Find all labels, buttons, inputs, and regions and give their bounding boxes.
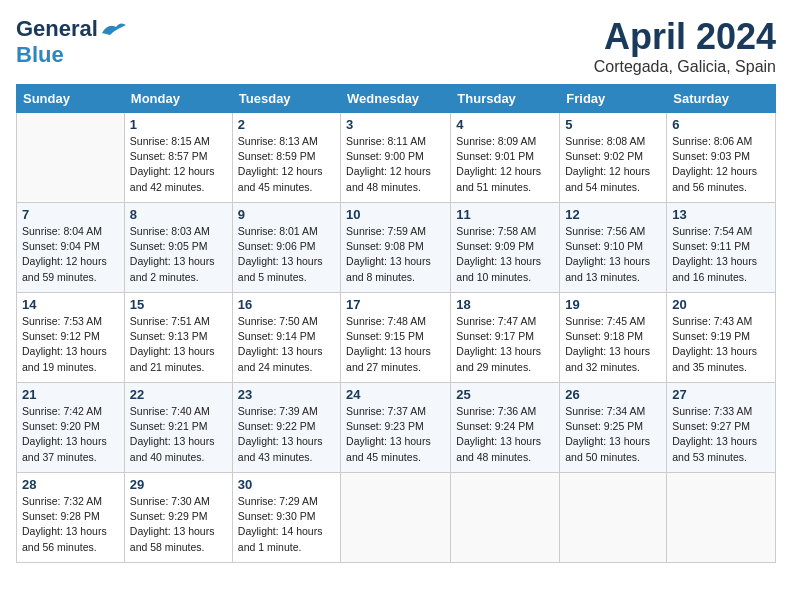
day-detail: Sunrise: 8:03 AMSunset: 9:05 PMDaylight:…: [130, 224, 227, 285]
day-detail: Sunrise: 7:32 AMSunset: 9:28 PMDaylight:…: [22, 494, 119, 555]
day-detail: Sunrise: 7:40 AMSunset: 9:21 PMDaylight:…: [130, 404, 227, 465]
cell-week3-day1: 15Sunrise: 7:51 AMSunset: 9:13 PMDayligh…: [124, 293, 232, 383]
day-detail: Sunrise: 7:45 AMSunset: 9:18 PMDaylight:…: [565, 314, 661, 375]
day-detail: Sunrise: 7:36 AMSunset: 9:24 PMDaylight:…: [456, 404, 554, 465]
day-detail: Sunrise: 7:34 AMSunset: 9:25 PMDaylight:…: [565, 404, 661, 465]
cell-week5-day3: [341, 473, 451, 563]
day-number: 14: [22, 297, 119, 312]
day-detail: Sunrise: 7:47 AMSunset: 9:17 PMDaylight:…: [456, 314, 554, 375]
cell-week1-day6: 6Sunrise: 8:06 AMSunset: 9:03 PMDaylight…: [667, 113, 776, 203]
cell-week1-day0: [17, 113, 125, 203]
day-number: 13: [672, 207, 770, 222]
day-detail: Sunrise: 7:48 AMSunset: 9:15 PMDaylight:…: [346, 314, 445, 375]
cell-week3-day6: 20Sunrise: 7:43 AMSunset: 9:19 PMDayligh…: [667, 293, 776, 383]
day-number: 4: [456, 117, 554, 132]
day-number: 6: [672, 117, 770, 132]
day-number: 24: [346, 387, 445, 402]
header-sunday: Sunday: [17, 85, 125, 113]
day-detail: Sunrise: 7:50 AMSunset: 9:14 PMDaylight:…: [238, 314, 335, 375]
cell-week2-day5: 12Sunrise: 7:56 AMSunset: 9:10 PMDayligh…: [560, 203, 667, 293]
cell-week5-day6: [667, 473, 776, 563]
day-number: 8: [130, 207, 227, 222]
cell-week1-day5: 5Sunrise: 8:08 AMSunset: 9:02 PMDaylight…: [560, 113, 667, 203]
week-row-4: 21Sunrise: 7:42 AMSunset: 9:20 PMDayligh…: [17, 383, 776, 473]
header-friday: Friday: [560, 85, 667, 113]
logo: General Blue: [16, 16, 128, 68]
cell-week5-day4: [451, 473, 560, 563]
day-detail: Sunrise: 7:29 AMSunset: 9:30 PMDaylight:…: [238, 494, 335, 555]
day-detail: Sunrise: 7:39 AMSunset: 9:22 PMDaylight:…: [238, 404, 335, 465]
day-number: 12: [565, 207, 661, 222]
day-number: 20: [672, 297, 770, 312]
day-number: 28: [22, 477, 119, 492]
day-number: 21: [22, 387, 119, 402]
header-saturday: Saturday: [667, 85, 776, 113]
day-detail: Sunrise: 8:06 AMSunset: 9:03 PMDaylight:…: [672, 134, 770, 195]
cell-week4-day2: 23Sunrise: 7:39 AMSunset: 9:22 PMDayligh…: [232, 383, 340, 473]
day-detail: Sunrise: 7:59 AMSunset: 9:08 PMDaylight:…: [346, 224, 445, 285]
cell-week1-day3: 3Sunrise: 8:11 AMSunset: 9:00 PMDaylight…: [341, 113, 451, 203]
cell-week2-day6: 13Sunrise: 7:54 AMSunset: 9:11 PMDayligh…: [667, 203, 776, 293]
day-detail: Sunrise: 7:30 AMSunset: 9:29 PMDaylight:…: [130, 494, 227, 555]
day-detail: Sunrise: 7:56 AMSunset: 9:10 PMDaylight:…: [565, 224, 661, 285]
cell-week2-day2: 9Sunrise: 8:01 AMSunset: 9:06 PMDaylight…: [232, 203, 340, 293]
cell-week5-day5: [560, 473, 667, 563]
cell-week3-day0: 14Sunrise: 7:53 AMSunset: 9:12 PMDayligh…: [17, 293, 125, 383]
day-number: 7: [22, 207, 119, 222]
cell-week4-day3: 24Sunrise: 7:37 AMSunset: 9:23 PMDayligh…: [341, 383, 451, 473]
day-detail: Sunrise: 7:42 AMSunset: 9:20 PMDaylight:…: [22, 404, 119, 465]
logo-blue: Blue: [16, 42, 64, 68]
day-number: 9: [238, 207, 335, 222]
cell-week2-day3: 10Sunrise: 7:59 AMSunset: 9:08 PMDayligh…: [341, 203, 451, 293]
title-area: April 2024 Cortegada, Galicia, Spain: [594, 16, 776, 76]
header-tuesday: Tuesday: [232, 85, 340, 113]
week-row-2: 7Sunrise: 8:04 AMSunset: 9:04 PMDaylight…: [17, 203, 776, 293]
calendar-header-row: SundayMondayTuesdayWednesdayThursdayFrid…: [17, 85, 776, 113]
day-number: 2: [238, 117, 335, 132]
cell-week5-day1: 29Sunrise: 7:30 AMSunset: 9:29 PMDayligh…: [124, 473, 232, 563]
day-number: 19: [565, 297, 661, 312]
logo-general: General: [16, 16, 98, 42]
cell-week5-day0: 28Sunrise: 7:32 AMSunset: 9:28 PMDayligh…: [17, 473, 125, 563]
day-number: 27: [672, 387, 770, 402]
cell-week3-day4: 18Sunrise: 7:47 AMSunset: 9:17 PMDayligh…: [451, 293, 560, 383]
day-number: 3: [346, 117, 445, 132]
week-row-1: 1Sunrise: 8:15 AMSunset: 8:57 PMDaylight…: [17, 113, 776, 203]
day-number: 5: [565, 117, 661, 132]
day-detail: Sunrise: 7:58 AMSunset: 9:09 PMDaylight:…: [456, 224, 554, 285]
cell-week4-day4: 25Sunrise: 7:36 AMSunset: 9:24 PMDayligh…: [451, 383, 560, 473]
cell-week4-day1: 22Sunrise: 7:40 AMSunset: 9:21 PMDayligh…: [124, 383, 232, 473]
cell-week2-day4: 11Sunrise: 7:58 AMSunset: 9:09 PMDayligh…: [451, 203, 560, 293]
header-wednesday: Wednesday: [341, 85, 451, 113]
day-detail: Sunrise: 8:04 AMSunset: 9:04 PMDaylight:…: [22, 224, 119, 285]
cell-week1-day1: 1Sunrise: 8:15 AMSunset: 8:57 PMDaylight…: [124, 113, 232, 203]
cell-week3-day3: 17Sunrise: 7:48 AMSunset: 9:15 PMDayligh…: [341, 293, 451, 383]
cell-week4-day0: 21Sunrise: 7:42 AMSunset: 9:20 PMDayligh…: [17, 383, 125, 473]
month-title: April 2024: [594, 16, 776, 58]
day-number: 16: [238, 297, 335, 312]
day-detail: Sunrise: 8:01 AMSunset: 9:06 PMDaylight:…: [238, 224, 335, 285]
day-number: 15: [130, 297, 227, 312]
day-number: 18: [456, 297, 554, 312]
day-detail: Sunrise: 8:09 AMSunset: 9:01 PMDaylight:…: [456, 134, 554, 195]
day-number: 1: [130, 117, 227, 132]
day-number: 23: [238, 387, 335, 402]
calendar-table: SundayMondayTuesdayWednesdayThursdayFrid…: [16, 84, 776, 563]
location: Cortegada, Galicia, Spain: [594, 58, 776, 76]
day-detail: Sunrise: 8:08 AMSunset: 9:02 PMDaylight:…: [565, 134, 661, 195]
day-number: 22: [130, 387, 227, 402]
day-detail: Sunrise: 7:51 AMSunset: 9:13 PMDaylight:…: [130, 314, 227, 375]
day-number: 10: [346, 207, 445, 222]
day-number: 26: [565, 387, 661, 402]
cell-week1-day2: 2Sunrise: 8:13 AMSunset: 8:59 PMDaylight…: [232, 113, 340, 203]
header-thursday: Thursday: [451, 85, 560, 113]
day-detail: Sunrise: 7:53 AMSunset: 9:12 PMDaylight:…: [22, 314, 119, 375]
day-detail: Sunrise: 8:11 AMSunset: 9:00 PMDaylight:…: [346, 134, 445, 195]
day-detail: Sunrise: 7:37 AMSunset: 9:23 PMDaylight:…: [346, 404, 445, 465]
header-monday: Monday: [124, 85, 232, 113]
logo-bird-icon: [100, 19, 128, 39]
day-number: 17: [346, 297, 445, 312]
week-row-5: 28Sunrise: 7:32 AMSunset: 9:28 PMDayligh…: [17, 473, 776, 563]
cell-week1-day4: 4Sunrise: 8:09 AMSunset: 9:01 PMDaylight…: [451, 113, 560, 203]
day-detail: Sunrise: 7:54 AMSunset: 9:11 PMDaylight:…: [672, 224, 770, 285]
